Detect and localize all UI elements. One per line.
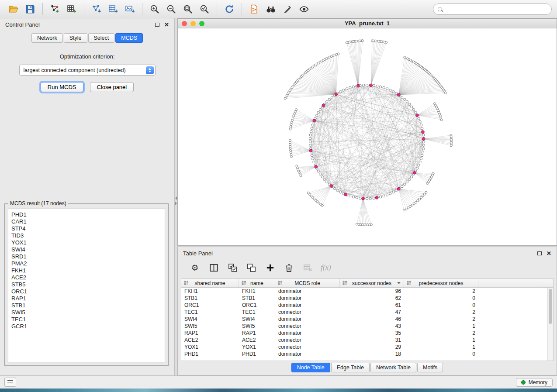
mcds-result-item[interactable]: STB1 — [11, 302, 162, 309]
deselect-all-icon — [246, 263, 256, 273]
search-box[interactable] — [433, 3, 552, 15]
tab-motifs[interactable]: Motifs — [417, 363, 443, 372]
tab-select[interactable]: Select — [88, 33, 115, 43]
select-all-button[interactable] — [227, 262, 238, 273]
column-header-name[interactable]: name — [239, 279, 275, 287]
mcds-result-item[interactable]: STB5 — [11, 281, 162, 288]
close-panel-icon[interactable]: ✕ — [547, 251, 551, 256]
table-row[interactable]: ACE2ACE2connector311 — [181, 337, 553, 344]
export-table-button[interactable] — [105, 2, 121, 16]
zoom-in-button[interactable] — [146, 2, 163, 16]
table-vertical-scrollbar[interactable] — [547, 288, 553, 361]
table-cell: connector — [275, 337, 340, 344]
mcds-result-item[interactable]: STP4 — [11, 225, 162, 232]
mcds-result-item[interactable]: SRD1 — [11, 253, 162, 260]
table-cell: FKH1 — [181, 288, 239, 295]
mcds-result-item[interactable]: ACE2 — [11, 274, 162, 281]
window-close-button[interactable] — [182, 21, 187, 26]
column-header-predecessor-nodes[interactable]: predecessor nodes — [404, 279, 478, 287]
mcds-result-item[interactable]: RAP1 — [11, 295, 162, 302]
mcds-result-group: MCDS result (17 nodes) PHD1CAR1STP4TID3Y… — [4, 203, 169, 366]
tab-style[interactable]: Style — [64, 33, 87, 43]
mcds-result-item[interactable]: SWI4 — [11, 246, 162, 253]
column-header-MCDS-role[interactable]: MCDS role — [275, 279, 340, 287]
table-body: FKH1FKH1dominator962STB1STB1dominator620… — [181, 288, 553, 358]
table-row[interactable]: ORC1ORC1dominator610 — [181, 302, 553, 309]
save-button[interactable] — [22, 2, 38, 16]
mcds-result-item[interactable]: ORC1 — [11, 288, 162, 295]
export-table-icon — [108, 4, 118, 14]
search-input[interactable] — [445, 6, 547, 12]
table-row[interactable]: RAP1RAP1dominator352 — [181, 330, 553, 337]
close-panel-button[interactable]: Close panel — [90, 82, 134, 92]
mcds-result-item[interactable]: CAR1 — [11, 218, 162, 225]
table-cell: TEC1 — [239, 309, 275, 316]
import-table-button[interactable] — [63, 2, 80, 16]
import-network-button[interactable] — [47, 2, 63, 16]
tab-mcds[interactable]: MCDS — [115, 33, 143, 43]
show-panels-button[interactable] — [4, 378, 16, 387]
zoom-fit-button[interactable] — [180, 2, 196, 16]
float-panel-icon[interactable] — [155, 23, 159, 27]
create-column-button[interactable] — [264, 262, 276, 273]
close-panel-icon[interactable]: ✕ — [164, 22, 169, 28]
apply-layout-button[interactable] — [221, 2, 238, 16]
table-cell: 35 — [340, 330, 404, 337]
toolbar-separator — [84, 3, 84, 15]
network-window-titlebar[interactable]: YPA_prune.txt_1 — [178, 19, 557, 28]
mcds-result-item[interactable]: PMA2 — [11, 260, 162, 267]
zoom-out-button[interactable] — [163, 2, 180, 16]
table-row[interactable]: FKH1FKH1dominator962 — [181, 288, 553, 295]
mcds-result-item[interactable]: GCR1 — [11, 323, 162, 330]
table-row[interactable]: SWI5SWI5connector431 — [181, 323, 553, 330]
column-header-successor-nodes[interactable]: successor nodes — [340, 279, 404, 287]
table-cell: 43 — [340, 323, 404, 330]
memory-button[interactable]: Memory — [516, 378, 553, 387]
find-button[interactable] — [263, 2, 279, 16]
trash-icon — [284, 263, 294, 273]
gear-icon: ⚙ — [191, 264, 198, 272]
window-zoom-button[interactable] — [199, 21, 204, 26]
zoom-selected-button[interactable] — [196, 2, 213, 16]
tab-network[interactable]: Network — [31, 33, 63, 43]
run-mcds-button[interactable]: Run MCDS — [41, 82, 83, 92]
style-button[interactable] — [279, 2, 296, 16]
column-type-icon — [343, 281, 347, 285]
scrollbar-thumb[interactable] — [549, 289, 552, 324]
mcds-result-item[interactable]: YOX1 — [11, 239, 162, 246]
mcds-result-item[interactable]: PHD1 — [11, 211, 162, 218]
column-type-icon — [407, 281, 412, 285]
mcds-result-item[interactable]: SWI5 — [11, 309, 162, 316]
eye-icon — [299, 4, 309, 14]
export-image-button[interactable] — [121, 2, 138, 16]
column-header-shared-name[interactable]: shared name — [181, 279, 239, 287]
table-row[interactable]: YOX1YOX1connector291 — [181, 344, 553, 351]
open-file-button[interactable] — [5, 2, 22, 16]
show-hide-button[interactable] — [296, 2, 312, 16]
mcds-result-list[interactable]: PHD1CAR1STP4TID3YOX1SWI4SRD1PMA2FKH1ACE2… — [8, 209, 165, 362]
tab-edge-table[interactable]: Edge Table — [331, 363, 370, 372]
deselect-all-button[interactable] — [246, 262, 257, 273]
export-network-button[interactable] — [88, 2, 105, 16]
table-row[interactable]: TEC1TEC1connector472 — [181, 309, 553, 316]
criterion-dropdown[interactable]: largest connected component (undirected) — [19, 65, 156, 76]
table-cell: 2 — [404, 309, 478, 316]
tab-node-table[interactable]: Node Table — [291, 363, 330, 372]
delete-column-button[interactable] — [283, 262, 294, 273]
table-settings-button[interactable]: ⚙ — [189, 262, 201, 273]
table-row[interactable]: STB1STB1dominator620 — [181, 295, 553, 302]
float-panel-icon[interactable] — [537, 251, 542, 255]
table-row[interactable]: SWI4SWI4dominator462 — [181, 316, 553, 323]
window-minimize-button[interactable] — [190, 21, 196, 26]
tab-network-table[interactable]: Network Table — [370, 363, 416, 372]
show-columns-button[interactable] — [208, 262, 219, 273]
network-canvas[interactable] — [178, 28, 557, 245]
column-sort-icon[interactable] — [397, 282, 401, 284]
mcds-result-item[interactable]: TID3 — [11, 232, 162, 239]
table-row[interactable]: PHD1PHD1dominator180 — [181, 351, 553, 358]
mcds-result-item[interactable]: FKH1 — [11, 267, 162, 274]
table-cell: 29 — [340, 344, 404, 351]
control-panel: Control Panel ✕ NetworkStyleSelectMCDS O… — [0, 18, 175, 375]
export-document-button[interactable] — [246, 2, 263, 16]
mcds-result-item[interactable]: TEC1 — [11, 316, 162, 323]
